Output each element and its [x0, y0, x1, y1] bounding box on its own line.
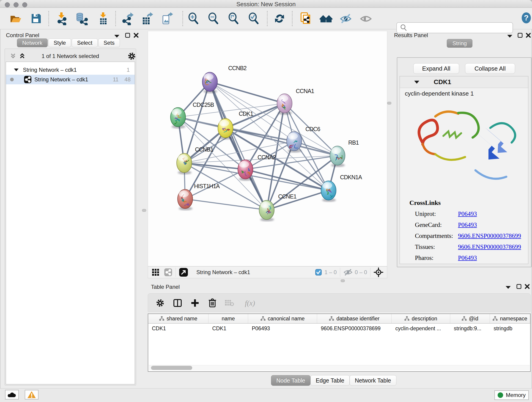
save-session-button[interactable] [30, 12, 43, 25]
column-header-name[interactable]: name [209, 314, 248, 323]
tab-sets[interactable]: Sets [98, 38, 120, 47]
crosslink-link[interactable]: P06493 [458, 254, 477, 262]
add-column-button[interactable] [189, 298, 201, 308]
crosslink-link[interactable]: 9606.ENSP00000378699 [458, 243, 521, 250]
zoom-selected-button[interactable] [247, 12, 260, 25]
protein-card-header[interactable]: CDK1 [400, 76, 528, 88]
panel-float-icon[interactable] [517, 32, 523, 38]
column-header--id[interactable]: @id [450, 314, 490, 323]
table-cell[interactable]: stringdb [490, 325, 530, 332]
column-header-namespace[interactable]: namespace [490, 314, 530, 323]
tab-edge-table[interactable]: Edge Table [310, 375, 350, 386]
import-network-file-button[interactable] [55, 12, 68, 25]
crosslink-link[interactable]: 9606.ENSP00000378699 [458, 232, 521, 240]
zoom-in-button[interactable] [187, 12, 200, 25]
network-edge[interactable] [210, 82, 337, 156]
cloud-icon [7, 391, 17, 398]
zoom-out-button[interactable] [207, 12, 220, 25]
network-node[interactable] [330, 146, 345, 167]
scrollbar-thumb[interactable] [151, 366, 192, 370]
collapse-caret-icon[interactable] [414, 80, 419, 84]
zoom-fit-button[interactable] [227, 12, 240, 25]
network-node[interactable] [177, 189, 193, 211]
collapse-all-button[interactable]: Collapse All [465, 63, 515, 74]
control-panel-network-tab-content: 1 of 1 Network selected String Network –… [5, 49, 136, 385]
network-canvas[interactable]: CCNB2CCNA1CDC25BCDK1CDC6RB1CCNB1CCNA2CDK… [148, 31, 387, 266]
network-node[interactable] [321, 181, 336, 202]
main-toolbar: ? [0, 8, 532, 29]
table-settings-button[interactable] [154, 298, 166, 308]
show-hidden-button[interactable] [360, 12, 373, 25]
network-node[interactable] [171, 108, 186, 128]
apply-layout-button[interactable] [273, 12, 286, 25]
network-edge[interactable] [267, 191, 329, 210]
panel-float-icon[interactable] [516, 284, 522, 289]
table-horizontal-scrollbar[interactable] [149, 365, 530, 370]
column-header-shared-name[interactable]: shared name [148, 314, 209, 323]
expand-all-button[interactable]: Expand All [413, 63, 459, 74]
column-header-description[interactable]: description [392, 314, 450, 323]
right-divider-handle[interactable] [387, 102, 391, 104]
cloud-status-button[interactable] [5, 390, 19, 400]
table-cell[interactable]: CDK1 [209, 325, 248, 332]
network-edge[interactable] [210, 82, 285, 103]
tab-node-table[interactable]: Node Table [271, 375, 310, 386]
clone-network-button[interactable] [299, 12, 312, 25]
tab-string[interactable]: String [447, 39, 472, 48]
hide-selected-button[interactable] [339, 12, 353, 25]
birdseye-grid-icon[interactable] [152, 268, 159, 276]
network-node[interactable] [202, 72, 217, 93]
export-network-button[interactable] [121, 12, 134, 25]
show-columns-button[interactable] [172, 298, 183, 308]
table-cell[interactable]: CDK1 [148, 325, 209, 332]
tab-network-table[interactable]: Network Table [350, 375, 396, 386]
network-graph[interactable]: CCNB2CCNA1CDC25BCDK1CDC6RB1CCNB1CCNA2CDK… [148, 31, 387, 266]
panel-close-icon[interactable] [525, 284, 530, 289]
network-row[interactable]: String Network – cdk1 11 48 [6, 75, 135, 84]
network-edge[interactable] [210, 82, 267, 210]
panel-menu-icon[interactable] [114, 34, 120, 38]
network-collection-row[interactable]: String Network – cdk1 1 [6, 65, 135, 75]
panel-menu-icon[interactable] [507, 34, 513, 38]
crosslink-link[interactable]: P06493 [458, 211, 477, 217]
left-divider-handle[interactable] [142, 209, 146, 212]
memory-button[interactable]: Memory [494, 390, 529, 400]
warnings-button[interactable] [25, 390, 38, 400]
crosslink-link[interactable]: P06493 [458, 221, 477, 229]
panel-close-icon[interactable] [526, 32, 531, 38]
import-network-from-database-button[interactable] [75, 12, 89, 25]
delete-column-button[interactable] [207, 298, 218, 308]
fit-content-crosshair-icon[interactable] [374, 268, 383, 277]
network-edge[interactable] [185, 199, 267, 210]
panel-menu-icon[interactable] [505, 286, 511, 289]
show-all-networks-button[interactable] [320, 12, 333, 25]
network-overview-icon[interactable] [164, 268, 172, 276]
panel-close-icon[interactable] [133, 32, 139, 38]
column-header-database-identifier[interactable]: database identifier [317, 314, 392, 323]
crosslink-row: Tissues:9606.ENSP00000378699 [415, 243, 528, 250]
table-row[interactable]: CDK1CDK1P064939606.ENSP00000378699cyclin… [148, 324, 530, 333]
network-node[interactable] [177, 153, 192, 174]
selected-checkbox-icon[interactable] [315, 269, 322, 275]
help-button[interactable]: ? [520, 11, 532, 25]
open-session-button[interactable] [9, 12, 22, 25]
tree-expander-icon[interactable] [14, 68, 19, 71]
crosslink-label: Uniprot: [415, 211, 458, 217]
table-cell[interactable]: P06493 [248, 325, 317, 332]
tab-style[interactable]: Style [48, 38, 71, 47]
import-table-file-button[interactable] [96, 12, 110, 25]
table-cell[interactable]: stringdb:9... [450, 325, 490, 332]
tab-select[interactable]: Select [72, 38, 98, 47]
panel-float-icon[interactable] [125, 32, 130, 38]
table-cell[interactable]: 9606.ENSP00000378699 [317, 325, 392, 332]
export-table-button[interactable] [140, 12, 154, 25]
export-image-button[interactable] [161, 12, 174, 25]
tab-network[interactable]: Network [17, 38, 48, 47]
network-node[interactable] [259, 200, 274, 221]
column-header-canonical-name[interactable]: canonical name [248, 314, 317, 323]
table-cell[interactable]: cyclin-dependent ... [392, 325, 450, 332]
bottom-divider-handle[interactable] [341, 279, 345, 282]
open-in-window-icon[interactable] [179, 268, 188, 277]
column-header-label: name [222, 316, 235, 322]
gear-icon[interactable] [128, 52, 136, 60]
